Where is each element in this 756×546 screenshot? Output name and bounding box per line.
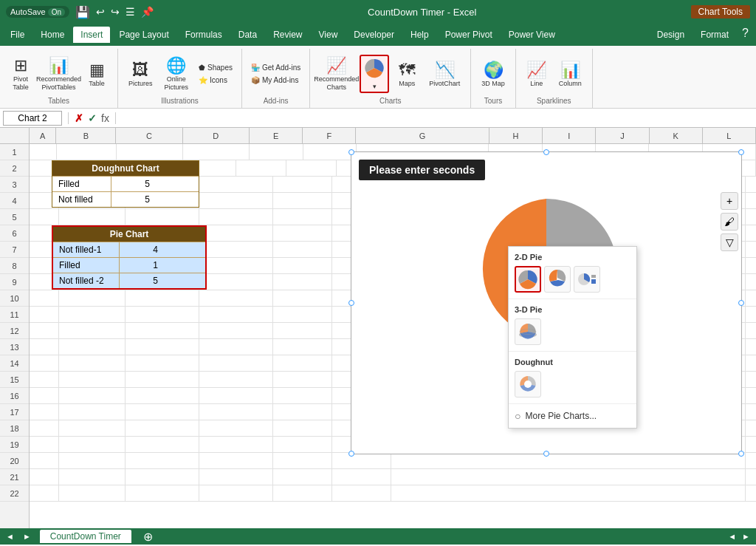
menu-review[interactable]: Review [266,27,309,43]
line-btn[interactable]: 📈 Line [522,58,551,90]
formula-input[interactable] [122,112,753,125]
row-num-5[interactable]: 5 [0,209,29,225]
insert-function-icon[interactable]: fx [101,112,109,124]
pivotchart-btn[interactable]: 📉 PivotChart [425,58,464,90]
row-num-1[interactable]: 1 [0,144,29,160]
pie-row-notfilled2[interactable]: Not filled -2 5 [53,273,205,288]
menu-design[interactable]: Design [650,27,692,43]
pie-row-filled[interactable]: Filled 1 [53,257,205,273]
maps-btn[interactable]: 🗺 Maps [392,58,422,90]
cell-e1[interactable] [250,144,303,160]
help-icon[interactable]: ? [738,27,753,43]
chart-filters-btn[interactable]: ▽ [721,233,738,251]
sheet-scroll-prev[interactable]: ◄ [6,532,14,541]
menu-power-pivot[interactable]: Power Pivot [438,27,500,43]
get-addins-btn[interactable]: 🏪 Get Add-ins [248,62,303,73]
recommended-charts-btn[interactable]: 📈 RecommendedCharts [316,53,357,95]
row-num-17[interactable]: 17 [0,404,29,420]
online-pictures-btn[interactable]: 🌐 OnlinePictures [160,53,193,95]
row-num-3[interactable]: 3 [0,177,29,193]
table-btn[interactable]: ▦ Table [82,58,111,90]
menu-power-view[interactable]: Power View [501,27,563,43]
menu-icon[interactable]: ☰ [126,6,135,18]
cell-a1[interactable] [30,144,57,160]
redo-icon[interactable]: ↪ [111,6,120,18]
bar-of-pie-btn[interactable] [574,266,600,293]
sheet-tab-countdown[interactable]: CountDown Timer [40,530,131,543]
icons-btn[interactable]: ⭐ Icons [196,75,236,86]
col-header-e[interactable]: E [250,128,303,144]
confirm-formula-icon[interactable]: ✓ [88,112,97,124]
scroll-right-btn[interactable]: ► [742,532,750,541]
row-num-6[interactable]: 6 [0,225,29,242]
cancel-formula-icon[interactable]: ✗ [75,112,83,124]
cell-reference-input[interactable] [3,111,62,126]
cell-c1[interactable] [117,144,183,160]
row-num-10[interactable]: 10 [0,290,29,307]
row-num-16[interactable]: 16 [0,388,29,404]
3d-map-btn[interactable]: 🌍 3D Map [477,58,509,90]
menu-data[interactable]: Data [231,27,264,43]
menu-formulas[interactable]: Formulas [178,27,230,43]
row-num-4[interactable]: 4 [0,193,29,209]
row-num-7[interactable]: 7 [0,242,29,258]
col-header-k[interactable]: K [650,128,703,144]
pie-value-notfilled1[interactable]: 4 [120,242,164,257]
menu-file[interactable]: File [3,27,32,43]
menu-format[interactable]: Format [693,27,736,43]
handle-bl[interactable] [348,451,354,457]
doughnut-value-filled[interactable]: 5 [111,177,156,191]
column-btn[interactable]: 📊 Column [554,58,586,90]
add-element-btn[interactable]: + [721,192,738,210]
menu-home[interactable]: Home [33,27,72,43]
sheet-scroll-next[interactable]: ► [23,532,31,541]
more-pie-charts-btn[interactable]: ○ More Pie Charts... [509,407,636,425]
cell-d1[interactable] [183,144,250,160]
col-header-d[interactable]: D [183,128,250,144]
row-num-12[interactable]: 12 [0,323,29,339]
doughnut-btn[interactable] [515,371,541,397]
menu-view[interactable]: View [312,27,346,43]
row-num-18[interactable]: 18 [0,420,29,437]
row-num-11[interactable]: 11 [0,307,29,323]
handle-tl[interactable] [348,149,354,155]
col-header-a[interactable]: A [30,128,56,144]
row-num-9[interactable]: 9 [0,274,29,290]
scroll-left-btn[interactable]: ◄ [728,532,736,541]
pie-2d-exploded-btn[interactable] [544,266,571,293]
row-num-20[interactable]: 20 [0,453,29,469]
autosave-toggle[interactable]: AutoSave On [6,6,69,18]
pin-icon[interactable]: 📌 [141,6,154,18]
handle-tr[interactable] [738,149,744,155]
pie-value-notfilled2[interactable]: 5 [120,273,164,288]
row-num-14[interactable]: 14 [0,355,29,372]
my-addins-btn[interactable]: 📦 My Add-ins [248,75,303,86]
handle-tm[interactable] [543,149,549,155]
pie-value-filled[interactable]: 1 [120,258,164,273]
menu-insert[interactable]: Insert [73,27,110,43]
row-num-8[interactable]: 8 [0,258,29,274]
pie-2d-basic-btn[interactable] [515,266,541,293]
menu-page-layout[interactable]: Page Layout [111,27,176,43]
chart-styles-btn[interactable]: 🖌 [721,213,738,231]
recommended-pivottables-btn[interactable]: 📊 RecommendedPivotTables [38,53,79,95]
pivot-table-btn[interactable]: ⊞ PivotTable [6,53,35,95]
menu-help[interactable]: Help [403,27,436,43]
pie-3d-btn[interactable] [515,318,541,345]
col-header-h[interactable]: H [489,128,543,144]
row-num-15[interactable]: 15 [0,372,29,388]
pie-row-notfilled1[interactable]: Not filled-1 4 [53,242,205,257]
col-header-l[interactable]: L [703,128,756,144]
handle-bm[interactable] [543,451,549,457]
save-icon[interactable]: 💾 [75,5,90,19]
col-header-j[interactable]: J [596,128,649,144]
row-num-21[interactable]: 21 [0,469,29,485]
shapes-btn[interactable]: ⬟ Shapes [196,62,236,73]
col-header-c[interactable]: C [116,128,182,144]
row-num-19[interactable]: 19 [0,437,29,453]
menu-developer[interactable]: Developer [346,27,402,43]
undo-icon[interactable]: ↩ [96,6,105,18]
add-sheet-btn[interactable]: ⊕ [143,530,153,544]
handle-mr[interactable] [738,300,744,306]
row-num-22[interactable]: 22 [0,485,29,502]
